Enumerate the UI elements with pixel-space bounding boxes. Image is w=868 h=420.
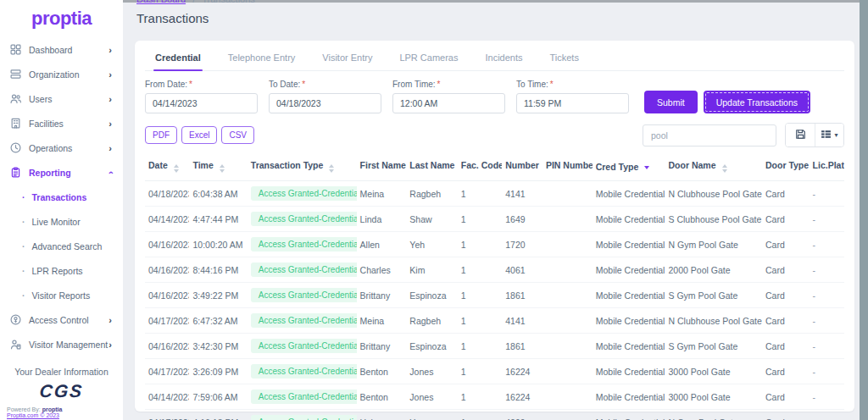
cell-transaction-type: Access Granted-Credential (248, 207, 357, 232)
cell-door-type: Card (762, 181, 810, 207)
main-content: Dash Board / Transactions Transactions C… (123, 0, 860, 420)
column-header-time[interactable]: Time (189, 156, 247, 181)
column-label: Lic.Plate (813, 160, 844, 170)
cell-number: 16224 (502, 384, 542, 410)
sidebar-item-users[interactable]: Users› (0, 86, 123, 111)
cell-first-name: Hsiang (357, 410, 407, 420)
sidebar-item-reporting[interactable]: Reporting› (0, 160, 123, 185)
vertical-scrollbar[interactable] (860, 0, 868, 420)
cell-transaction-type: Access Granted-Credential (248, 384, 357, 410)
column-header-pin-number[interactable]: PIN Number (542, 156, 593, 181)
sidebar-item-label: Facilities (29, 119, 64, 129)
dealer-label: Your Dealer Information (7, 367, 116, 377)
to-time-input[interactable] (516, 93, 629, 113)
to-date-input[interactable] (269, 93, 381, 113)
cell-cred-type: Mobile Credential (593, 283, 665, 308)
cell-first-name: Allen (357, 232, 407, 257)
cell-time: 7:59:06 AM (189, 384, 247, 410)
sidebar-item-live-monitor[interactable]: ·Live Monitor (0, 209, 123, 234)
cell-pin-number (542, 257, 593, 283)
cell-lic-plate: - (810, 232, 844, 257)
sidebar-item-label: Organization (29, 69, 80, 80)
filter-actions: Submit Update Transactions (644, 91, 810, 113)
sidebar-item-operations[interactable]: Operations› (0, 135, 123, 160)
filter-label: To Date:* (269, 80, 381, 89)
update-transactions-button[interactable]: Update Transactions (704, 91, 810, 113)
cell-transaction-type: Access Granted-Credential (248, 232, 357, 257)
empty-value: - (813, 316, 816, 326)
sidebar-nav: Dashboard›Organization›Users›Facilities›… (0, 37, 123, 381)
cell-number: 16224 (502, 359, 542, 384)
sidebar-item-visitor-reports[interactable]: ·Visitor Reports (0, 283, 123, 307)
cell-pin-number (542, 308, 593, 334)
column-header-door-name[interactable]: Door Name (665, 156, 762, 181)
cell-lic-plate: - (810, 207, 844, 232)
sidebar-item-advanced-search[interactable]: ·Advanced Search (0, 234, 123, 258)
column-header-door-type[interactable]: Door Type (762, 156, 810, 181)
tab-credential[interactable]: Credential (153, 52, 203, 70)
required-asterisk: * (550, 80, 554, 89)
tab-telephone-entry[interactable]: Telephone Entry (226, 52, 298, 70)
tab-visitor-entry[interactable]: Visitor Entry (320, 52, 374, 70)
sidebar-item-lpr-reports[interactable]: ·LPR Reports (0, 258, 123, 283)
chevron-down-icon: ▾ (834, 131, 837, 139)
sort-icon (722, 164, 727, 173)
column-header-fac-code[interactable]: Fac. Code (458, 156, 502, 181)
from-time-input[interactable] (392, 93, 505, 113)
cell-door-name: S Gym Pool Gate (665, 283, 762, 308)
tab-tickets[interactable]: Tickets (548, 52, 581, 70)
brand-logo[interactable]: proptia (0, 0, 123, 37)
cell-cred-type: Mobile Credential (593, 334, 665, 359)
sidebar-item-dashboard[interactable]: Dashboard› (0, 37, 123, 62)
status-badge: Access Granted-Credential (251, 262, 357, 277)
column-label: Transaction Type (251, 160, 324, 170)
cell-date: 04/17/2023 (145, 359, 189, 384)
columns-toggle-button[interactable]: ▾ (815, 124, 843, 146)
cell-door-name: N Clubhouse Pool Gate (665, 308, 762, 334)
column-header-lic-plate[interactable]: Lic.Plate (810, 156, 844, 181)
column-header-last-name[interactable]: Last Name (406, 156, 457, 181)
sidebar-item-facilities[interactable]: Facilities› (0, 111, 123, 135)
from-date-input[interactable] (145, 93, 258, 113)
column-header-cred-type[interactable]: Cred Type (593, 156, 665, 181)
sidebar-item-transactions[interactable]: ·Transactions (0, 185, 123, 209)
cell-transaction-type: Access Granted-Credential (248, 181, 357, 207)
export-buttons: PDFExcelCSV (145, 126, 254, 144)
users-icon (10, 93, 21, 104)
submit-button[interactable]: Submit (644, 91, 698, 113)
column-label: Time (192, 160, 213, 170)
search-input[interactable] (643, 124, 776, 146)
sidebar-item-access-control[interactable]: Access Control› (0, 307, 123, 332)
export-pdf-button[interactable]: PDF (145, 126, 177, 144)
cell-pin-number (542, 283, 593, 308)
tab-lpr-cameras[interactable]: LPR Cameras (398, 52, 459, 70)
breadcrumb-parent[interactable]: Dash Board (136, 0, 186, 4)
filter-from-time: From Time:* (392, 80, 505, 113)
empty-value: - (813, 240, 816, 250)
cell-number: 1861 (502, 334, 542, 359)
cell-door-name: S Gym Pool Gate (665, 334, 762, 359)
sidebar-item-label: Users (29, 94, 52, 104)
export-csv-button[interactable]: CSV (221, 126, 254, 144)
cell-time: 4:47:44 PM (189, 207, 247, 232)
app-root: proptia Dashboard›Organization›Users›Fac… (0, 0, 868, 420)
column-header-first-name[interactable]: First Name (357, 156, 407, 181)
tab-incidents[interactable]: Incidents (483, 52, 524, 70)
sort-icon (220, 164, 225, 173)
filter-fields: From Date:*To Date:*From Time:*To Time:* (145, 80, 629, 113)
table-row: 04/17/20234:16:13 PMAccess Granted-Crede… (145, 410, 844, 420)
cell-fac-code: 1 (458, 384, 502, 410)
cell-pin-number (542, 359, 593, 384)
column-header-date[interactable]: Date (145, 156, 189, 181)
column-header-transaction-type[interactable]: Transaction Type (248, 156, 357, 181)
cell-first-name: Benton (357, 359, 407, 384)
save-icon (795, 129, 806, 142)
copyright-link[interactable]: Proptia.com © 2023 (7, 412, 116, 418)
save-columns-button[interactable] (786, 124, 815, 146)
column-header-number[interactable]: Number (502, 156, 542, 181)
organization-icon (10, 69, 21, 80)
sidebar-item-visitor-management[interactable]: Visitor Management› (0, 332, 123, 356)
export-excel-button[interactable]: Excel (181, 126, 217, 144)
cell-pin-number (542, 410, 593, 420)
sidebar-item-organization[interactable]: Organization› (0, 62, 123, 86)
